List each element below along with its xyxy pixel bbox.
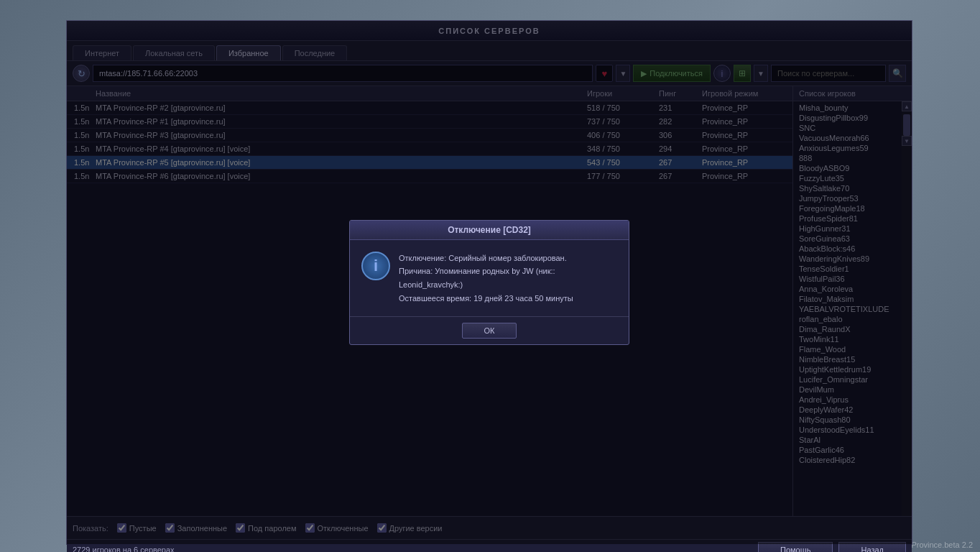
main-window: СПИСОК СЕРВЕРОВ Интернет Локальная сеть … — [66, 20, 912, 545]
modal-body: i Отключение: Серийный номер заблокирова… — [350, 240, 629, 317]
modal-overlay: Отключение [CD32] i Отключение: Серийный… — [67, 21, 912, 544]
modal-title: Отключение [CD32] — [350, 221, 629, 240]
modal-footer: ОК — [350, 316, 629, 344]
server-count: 2729 игроков на 6 серверах — [73, 546, 175, 553]
disconnect-modal: Отключение [CD32] i Отключение: Серийный… — [349, 220, 629, 346]
ok-button[interactable]: ОК — [462, 323, 517, 339]
modal-info-icon: i — [361, 252, 390, 280]
modal-message: Отключение: Серийный номер заблокирован.… — [399, 252, 573, 305]
